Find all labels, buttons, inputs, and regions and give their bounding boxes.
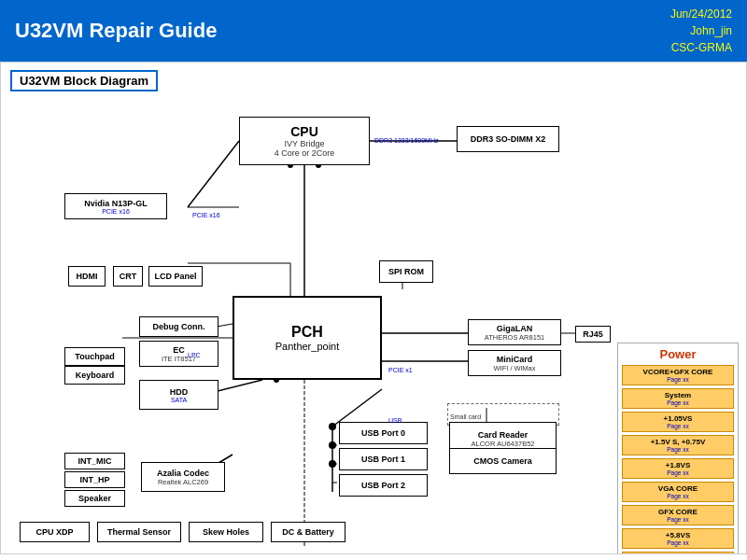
- int-mic-block: INT_MIC: [64, 453, 125, 469]
- bottom-items: CPU XDP Thermal Sensor Skew Holes DC & B…: [20, 522, 345, 542]
- hdd-block: HDD SATA: [139, 380, 218, 410]
- author-label: John_jin: [690, 24, 732, 37]
- int-hp-block: INT_HP: [64, 471, 125, 488]
- lpc-label: LPC: [188, 344, 201, 361]
- svg-point-28: [329, 460, 336, 468]
- power-item-1: SystemPage xx: [622, 388, 734, 409]
- debug-block: Debug Conn.: [139, 316, 218, 337]
- cpu-sub2: 4 Core or 2Core: [275, 148, 335, 158]
- power-item-3: +1.5V S, +0.75VPage xx: [622, 435, 734, 455]
- usb2-block: USB Port 2: [339, 474, 428, 497]
- header-meta: Jun/24/2012 John_jin CSC-GRMA: [670, 6, 732, 56]
- gigalan-block: GigaLAN ATHEROS AR8151: [468, 319, 561, 345]
- ddr3-bus-label: DDR3 1333/1600MHz: [374, 130, 438, 147]
- svg-point-27: [329, 441, 336, 449]
- pcie-x1-label: PCIE x1: [388, 359, 413, 376]
- svg-line-2: [188, 141, 239, 207]
- power-item-5: VGA COREPage xx: [622, 482, 734, 502]
- power-panel: Power VCORE+GFX COREPage xxSystemPage xx…: [617, 343, 739, 554]
- power-item-2: +1.05VSPage xx: [622, 412, 734, 432]
- speaker-block: Speaker: [64, 490, 125, 507]
- date-label: Jun/24/2012: [670, 7, 732, 21]
- dc-battery-block: DC & Battery: [271, 522, 345, 542]
- skew-holes-block: Skew Holes: [189, 522, 263, 542]
- diagram-area: U32VM Block Diagram: [0, 62, 747, 554]
- cpu-block: CPU IVY Bridge 4 Core or 2Core: [239, 117, 370, 165]
- cmos-block: CMOS Camera: [449, 448, 557, 474]
- minicard-block: MiniCard WIFI / WiMax: [468, 350, 561, 376]
- keyboard-block: Keyboard: [64, 366, 125, 385]
- ddr3-block: DDR3 SO-DIMM X2: [457, 126, 559, 152]
- svg-point-26: [329, 423, 336, 430]
- crt-block: CRT: [113, 266, 143, 287]
- pcie-x16-label: PCIE x16: [192, 204, 220, 221]
- cpu-sub1: IVY Bridge: [285, 139, 325, 148]
- power-item-4: +1.8VSPage xx: [622, 458, 734, 479]
- spi-rom-block: SPI ROM: [379, 260, 433, 283]
- cpu-xdp-block: CPU XDP: [20, 522, 90, 542]
- svg-line-8: [332, 389, 382, 427]
- ec-block: EC ITE IT8517: [139, 341, 218, 367]
- cpu-title: CPU: [290, 124, 318, 139]
- lcd-block: LCD Panel: [148, 266, 203, 287]
- power-item-8: ChargerPage xx: [622, 552, 734, 554]
- hdmi-block: HDMI: [68, 266, 106, 287]
- power-item-0: VCORE+GFX COREPage xx: [622, 365, 734, 385]
- nvidia-block: Nvidia N13P-GL PCIE x16: [64, 193, 167, 219]
- page-title: U32VM Repair Guide: [15, 19, 217, 43]
- pch-title: PCH: [291, 324, 323, 341]
- azalia-block: Azalia Codec Realtek ALC269: [141, 462, 225, 492]
- touchpad-block: Touchpad: [64, 347, 125, 366]
- diagram-label: U32VM Block Diagram: [10, 70, 158, 91]
- thermal-block: Thermal Sensor: [97, 522, 181, 542]
- pch-block: PCH Panther_point: [233, 296, 382, 380]
- pch-sub: Panther_point: [275, 341, 340, 352]
- power-title: Power: [622, 347, 734, 361]
- usb1-block: USB Port 1: [339, 448, 428, 470]
- usb0-block: USB Port 0: [339, 422, 428, 444]
- dept-label: CSC-GRMA: [671, 41, 732, 54]
- power-item-6: GFX COREPage xx: [622, 505, 734, 525]
- power-item-7: +5.8VSPage xx: [622, 528, 734, 549]
- usb-label: USB: [388, 410, 402, 427]
- rj45-block: RJ45: [575, 326, 611, 343]
- header-bar: U32VM Repair Guide Jun/24/2012 John_jin …: [0, 0, 747, 62]
